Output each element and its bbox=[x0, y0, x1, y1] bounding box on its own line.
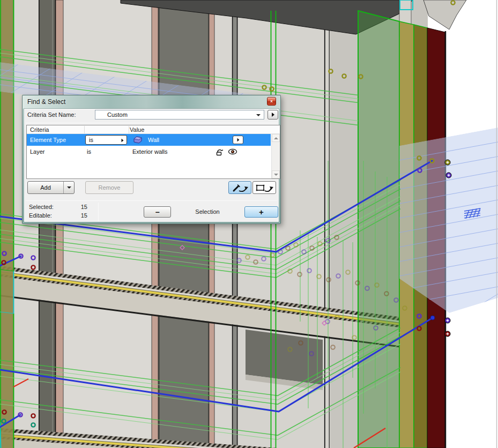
wall-icon bbox=[133, 136, 143, 144]
column-separator bbox=[84, 126, 85, 133]
selected-count: 15 bbox=[62, 204, 87, 210]
minus-icon: − bbox=[155, 208, 159, 216]
criteria-set-value: Custom bbox=[107, 111, 128, 118]
value-cell: Wall bbox=[148, 137, 159, 143]
value-cell: Exterior walls bbox=[132, 148, 167, 155]
separator bbox=[26, 200, 277, 201]
table-scrollbar[interactable] bbox=[271, 134, 280, 178]
column-header-value: Value bbox=[130, 126, 144, 133]
eyedropper-arrow-icon bbox=[231, 183, 249, 192]
pick-up-settings-button[interactable] bbox=[228, 181, 251, 194]
remove-button[interactable]: Remove bbox=[85, 181, 133, 194]
criteria-set-combobox[interactable]: Custom bbox=[95, 110, 264, 120]
scroll-up-button[interactable] bbox=[272, 134, 280, 142]
add-button[interactable]: Add bbox=[27, 181, 75, 194]
eye-icon[interactable] bbox=[228, 147, 237, 156]
table-row-element-type[interactable]: Element Type is Wall bbox=[27, 134, 271, 146]
3d-viewport[interactable] bbox=[0, 0, 498, 448]
marquee-arrow-icon bbox=[255, 183, 273, 192]
arrow-down-icon bbox=[274, 174, 278, 176]
selected-label: Selected: bbox=[29, 204, 54, 210]
criteria-cell: Layer bbox=[30, 148, 45, 155]
close-button[interactable]: x bbox=[267, 97, 276, 106]
chevron-down-icon bbox=[256, 114, 261, 116]
criteria-set-label: Criteria Set Name: bbox=[27, 111, 76, 118]
marquee-pick-button[interactable] bbox=[252, 181, 276, 194]
close-icon: x bbox=[270, 99, 272, 103]
column-header-criteria: Criteria bbox=[30, 126, 49, 133]
window-recess-lower-right[interactable] bbox=[246, 330, 323, 390]
criteria-set-options-button[interactable] bbox=[267, 110, 278, 120]
editable-label: Editable: bbox=[29, 212, 52, 219]
remove-button-label: Remove bbox=[99, 184, 121, 191]
divider bbox=[98, 203, 99, 222]
editable-count: 15 bbox=[62, 212, 87, 219]
criteria-table: Criteria Value Element Type is Wall bbox=[26, 125, 280, 179]
dialog-body: Criteria Set Name: Custom Criteria Value… bbox=[24, 109, 279, 222]
arrow-right-icon bbox=[272, 113, 274, 117]
deselect-button[interactable]: − bbox=[144, 206, 171, 218]
column-separator bbox=[129, 126, 129, 133]
add-button-label: Add bbox=[40, 184, 51, 191]
unlock-icon[interactable] bbox=[215, 147, 225, 156]
operator-value: is bbox=[89, 137, 93, 143]
table-header: Criteria Value bbox=[27, 125, 280, 134]
arrow-right-icon bbox=[237, 138, 239, 141]
plus-icon: + bbox=[259, 207, 264, 216]
table-row-layer[interactable]: Layer is Exterior walls bbox=[27, 146, 271, 158]
arrow-right-icon bbox=[122, 139, 124, 142]
dialog-title: Find & Select bbox=[27, 98, 65, 106]
criteria-cell: Element Type bbox=[30, 137, 66, 143]
chevron-down-icon bbox=[67, 186, 71, 189]
operator-dropdown[interactable]: is bbox=[85, 135, 127, 145]
add-dropdown-button[interactable] bbox=[63, 182, 74, 193]
find-select-dialog: Find & Select x Criteria Set Name: Custo… bbox=[22, 95, 281, 224]
dialog-titlebar[interactable]: Find & Select x bbox=[23, 95, 280, 109]
arrow-up-icon bbox=[274, 137, 278, 139]
selection-label: Selection bbox=[188, 208, 227, 215]
select-button[interactable]: + bbox=[244, 206, 278, 218]
row-options-button[interactable] bbox=[233, 136, 243, 144]
app-root: { "dialog": { "title": "Find & Select", … bbox=[0, 0, 498, 448]
operator-cell: is bbox=[87, 148, 91, 155]
separator bbox=[26, 123, 277, 123]
scroll-down-button[interactable] bbox=[272, 170, 280, 178]
